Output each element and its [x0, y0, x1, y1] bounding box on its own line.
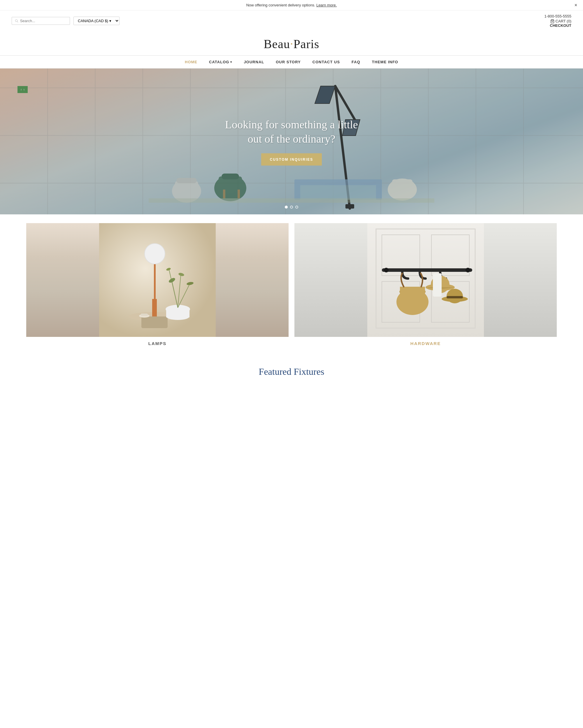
announcement-text: Now offering convenient delivery options…: [246, 3, 337, 7]
svg-rect-43: [152, 299, 157, 316]
cart-checkout-area: CART (0) CHECKOUT: [550, 19, 571, 28]
svg-rect-58: [141, 314, 148, 316]
slider-dots: [285, 206, 298, 209]
nav-item-theme-info[interactable]: THEME INFO: [372, 60, 398, 64]
svg-point-66: [384, 268, 389, 272]
svg-rect-42: [141, 316, 168, 328]
hero-content: Looking for something a little out of th…: [219, 118, 364, 166]
lamps-category-card[interactable]: LAMPS: [26, 223, 288, 346]
featured-title: Featured Fixtures: [26, 366, 557, 377]
hardware-illustration: [295, 223, 557, 337]
search-wrapper[interactable]: [12, 17, 70, 25]
svg-line-1: [17, 22, 18, 23]
hero-slider: ↑↑ Looking for: [0, 69, 583, 214]
catalog-dropdown-arrow: ▾: [230, 60, 232, 63]
announcement-message: Now offering convenient delivery options…: [246, 3, 315, 7]
svg-point-45: [145, 243, 165, 264]
slider-dot-3[interactable]: [295, 206, 298, 209]
checkout-link[interactable]: CHECKOUT: [550, 23, 571, 28]
svg-rect-70: [400, 287, 425, 304]
search-input[interactable]: [20, 19, 67, 23]
nav-item-our-story[interactable]: OUR STORY: [276, 60, 301, 64]
logo-section: Beau·Paris: [0, 31, 583, 55]
hero-heading: Looking for something a little out of th…: [219, 118, 364, 147]
svg-point-67: [466, 268, 470, 272]
nav-item-home[interactable]: HOME: [185, 60, 197, 64]
svg-rect-48: [166, 309, 190, 317]
top-right: 1-800-555-5555 CART (0) CHECKOUT: [544, 14, 571, 28]
search-icon: [15, 19, 18, 23]
cart-icon: [550, 19, 554, 23]
top-bar-left: CANADA (CAD $) ▾: [12, 17, 119, 25]
announcement-learn-more-link[interactable]: Learn more.: [316, 3, 337, 7]
lamps-image: [26, 223, 288, 337]
announcement-bar: Now offering convenient delivery options…: [0, 0, 583, 10]
custom-inquiries-button[interactable]: CUSTOM INQUIRIES: [261, 153, 322, 165]
svg-rect-65: [382, 268, 472, 272]
nav-item-faq[interactable]: FAQ: [352, 60, 360, 64]
featured-section: Featured Fixtures: [0, 355, 583, 383]
hardware-image: [295, 223, 557, 337]
svg-rect-75: [447, 296, 463, 298]
svg-rect-59: [367, 223, 484, 337]
hardware-category-card[interactable]: HARDWARE: [295, 223, 557, 346]
site-logo[interactable]: Beau·Paris: [12, 37, 571, 51]
lamps-illustration: [26, 223, 288, 337]
svg-point-0: [15, 20, 17, 22]
nav-item-catalog[interactable]: CATALOG ▾: [209, 60, 232, 64]
phone-number: 1-800-555-5555: [544, 14, 571, 18]
top-bar: CANADA (CAD $) ▾ 1-800-555-5555 CART (0)…: [0, 10, 583, 31]
nav-item-journal[interactable]: JOURNAL: [244, 60, 264, 64]
navigation: HOME CATALOG ▾ JOURNAL OUR STORY CONTACT…: [0, 55, 583, 69]
currency-selector[interactable]: CANADA (CAD $) ▾: [74, 17, 119, 25]
lamps-label: LAMPS: [26, 341, 288, 346]
category-grid: LAMPS: [0, 214, 583, 355]
cart-link[interactable]: CART (0): [550, 19, 571, 23]
slider-dot-2[interactable]: [290, 206, 293, 209]
announcement-close-button[interactable]: ×: [575, 3, 577, 8]
hardware-label: HARDWARE: [295, 341, 557, 346]
svg-rect-76: [433, 273, 442, 296]
nav-item-contact-us[interactable]: CONTACT US: [312, 60, 340, 64]
slider-dot-1[interactable]: [285, 206, 288, 209]
svg-rect-44: [154, 258, 156, 301]
